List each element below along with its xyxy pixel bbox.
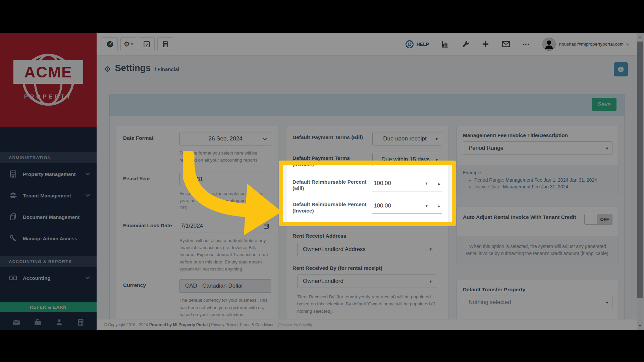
add-button[interactable] xyxy=(482,40,489,48)
caret-down-icon: ▾ xyxy=(131,42,133,46)
increment-arrow-icon[interactable]: ▲ xyxy=(437,204,441,208)
quick-toolbar: ⚙ ▾ xyxy=(102,37,173,51)
chevron-down-icon xyxy=(86,275,90,279)
sidebar-item-label: Tenant Management xyxy=(23,193,86,198)
briefcase-icon[interactable] xyxy=(34,318,42,326)
calculator-icon[interactable] xyxy=(76,318,85,326)
messages-button[interactable] xyxy=(501,40,511,49)
breadcrumb: ⚙ Settings / Financial xyxy=(104,63,179,73)
field-financial-lock-date: Financial Lock Date 7/1/2024 System will… xyxy=(123,220,271,273)
field-help: The date format you select here will be … xyxy=(179,149,271,164)
default-transfer-property-select[interactable]: Nothing selected ▾ xyxy=(463,296,612,309)
reimbursable-percent-invoice-input[interactable]: 100.00 ▼ ▲ xyxy=(372,199,442,213)
field-rent-received-by: Rent Received By (for rental receipt) Ow… xyxy=(292,265,442,315)
increment-arrow-icon[interactable]: ▲ xyxy=(437,181,441,185)
caret-down-icon: ▾ xyxy=(429,247,432,252)
field-help: Fiscal year-end is the completion of a o… xyxy=(179,190,271,212)
field-label: Default Payment Terms (Invoice) xyxy=(292,153,369,168)
auto-adjust-toggle[interactable]: OFF xyxy=(584,214,612,225)
footer-links[interactable]: | Privacy Policy | Terms & Conditions | xyxy=(209,322,276,327)
plus-icon xyxy=(482,40,489,48)
caret-down-icon: ▾ xyxy=(435,136,438,141)
info-icon xyxy=(618,66,624,73)
sidebar-item-accounting[interactable]: Accounting xyxy=(0,267,97,289)
sidebar-item-manage-admin-access[interactable]: Manage Admin Access xyxy=(0,228,97,249)
more-menu-button[interactable]: ••• xyxy=(523,42,530,47)
refer-and-earn-button[interactable]: REFER & EARN xyxy=(0,302,97,312)
chevron-down-icon xyxy=(86,192,90,197)
sidebar-item-tenant-management[interactable]: Tenant Management xyxy=(0,185,97,206)
payment-terms-invoice-select[interactable]: Due within 15 days ▾ xyxy=(372,153,442,166)
sidebar-item-property-management[interactable]: Property Management xyxy=(0,163,97,185)
fiscal-year-input[interactable]: 12-31 xyxy=(179,173,271,186)
rent-received-by-select[interactable]: Owner/Landlord ▾ xyxy=(297,275,436,288)
help-label: HELP xyxy=(417,42,429,47)
gear-icon: ⚙ xyxy=(124,41,130,48)
field-label: Financial Lock Date xyxy=(123,220,176,229)
dashboard-button[interactable] xyxy=(102,37,118,51)
field-date-format: Date Format 26 Sep, 2024 The date format… xyxy=(123,132,271,164)
envelope-icon xyxy=(501,40,511,49)
scrollbar-thumb[interactable] xyxy=(637,42,643,298)
chevron-down-icon xyxy=(626,42,630,45)
reimbursable-percent-bill-input[interactable]: 100.00 ▼ ▲ xyxy=(372,177,442,190)
sidebar: ACME PROPERTY ADMINISTRATION Property Ma… xyxy=(0,33,97,330)
date-format-select[interactable]: 26 Sep, 2024 xyxy=(179,132,271,145)
sidebar-footer-icons xyxy=(0,314,97,330)
calendar-check-icon xyxy=(143,40,151,48)
speedometer-icon xyxy=(106,40,114,48)
field-payment-terms-bill: Default Payment Terms (Bill) Due upon re… xyxy=(292,132,442,145)
field-label: Fiscal Year xyxy=(123,173,176,182)
gear-icon: ⚙ xyxy=(104,65,111,74)
sidebar-item-document-management[interactable]: Document Management xyxy=(0,206,97,228)
example-item: Invoice Date: Management Fee Jan 31, 202… xyxy=(474,184,612,189)
user-menu[interactable]: noushad@mipropertyportal.com xyxy=(542,38,630,51)
financial-lock-date-input[interactable]: 7/1/2024 xyxy=(179,220,271,233)
field-label: Currency xyxy=(123,279,176,288)
save-button[interactable]: Save xyxy=(592,98,616,111)
billing-settings-card: Default Payment Terms (Bill) Due upon re… xyxy=(286,126,448,319)
field-reimbursable-percent-invoice: Default Reimbursable Percent (Invoice) 1… xyxy=(292,199,442,214)
users-icon xyxy=(9,191,17,199)
calculator-icon xyxy=(162,41,169,48)
settings-form-panel: Date Format 26 Sep, 2024 The date format… xyxy=(109,116,625,319)
sidebar-section-accounting-reports: ACCOUNTING & REPORTS xyxy=(0,256,97,267)
reports-button[interactable] xyxy=(441,40,449,48)
help-button[interactable]: HELP xyxy=(405,40,429,49)
person-icon[interactable] xyxy=(55,318,63,326)
field-help: System will not allow to add/edit/delete… xyxy=(179,237,271,273)
field-currency: Currency CAD - Canadian Dollar The defau… xyxy=(123,279,271,318)
scroll-down-arrow[interactable]: ▼ xyxy=(637,322,643,329)
money-icon xyxy=(9,274,17,282)
info-button[interactable] xyxy=(614,62,628,76)
logo-band: ACME xyxy=(13,60,83,84)
decrement-arrow-icon[interactable]: ▼ xyxy=(425,181,428,185)
field-label: Rent Receipt Address xyxy=(292,233,442,239)
envelope-icon[interactable] xyxy=(12,318,20,326)
field-label: Managememt Fee Invoice Title/Description xyxy=(463,132,612,138)
decrement-arrow-icon[interactable]: ▼ xyxy=(425,204,428,208)
scroll-up-arrow[interactable]: ▲ xyxy=(637,34,643,41)
field-help: The default currency for your business. … xyxy=(179,297,271,318)
field-label: Default Reimbursable Percent (Invoice) xyxy=(292,199,369,214)
sidebar-section-administration: ADMINISTRATION xyxy=(0,152,97,163)
chevron-down-icon xyxy=(86,171,90,175)
sidebar-item-label: Accounting xyxy=(23,275,86,281)
rent-receipt-address-select[interactable]: Owner/Landlord Address ▾ xyxy=(297,243,436,256)
settings-menu-button[interactable]: ⚙ ▾ xyxy=(120,37,136,51)
calculator-button[interactable] xyxy=(157,37,173,51)
calendar-button[interactable] xyxy=(139,37,155,51)
default-transfer-property-box: Default Transfer Property Nothing select… xyxy=(457,280,619,319)
vertical-scrollbar[interactable]: ▲ ▼ xyxy=(637,33,643,330)
management-fee-box: Managememt Fee Invoice Title/Description… xyxy=(457,126,619,195)
caret-down-icon: ▾ xyxy=(435,157,438,162)
bar-chart-icon xyxy=(441,40,449,48)
chevron-down-icon xyxy=(263,136,267,140)
payment-terms-bill-select[interactable]: Due upon receipt ▾ xyxy=(372,132,442,145)
tools-button[interactable] xyxy=(462,40,470,48)
management-fee-title-select[interactable]: Period Range ▾ xyxy=(463,141,612,155)
input-underline xyxy=(372,213,442,214)
building-icon xyxy=(9,170,17,178)
caret-down-icon: ▾ xyxy=(606,300,608,305)
example-item: Period Range: Management Fee Jan 1, 2024… xyxy=(474,177,612,183)
